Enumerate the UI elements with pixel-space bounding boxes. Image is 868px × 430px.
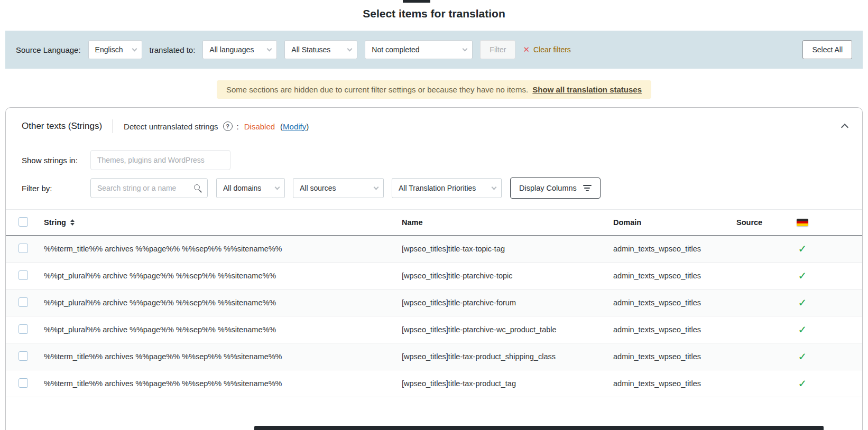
- row-checkbox[interactable]: [19, 351, 28, 361]
- translated-check-icon: ✓: [798, 351, 807, 362]
- filter-notice: Some sections are hidden due to current …: [217, 80, 651, 99]
- table-row: %%pt_plural%% archive %%page%% %%sep%% %…: [6, 263, 862, 289]
- translated-check-icon: ✓: [798, 378, 807, 389]
- bottom-cut-bar: [254, 426, 824, 430]
- row-checkbox-cell: [19, 244, 44, 255]
- chevron-down-icon: [267, 46, 272, 51]
- select-all-button[interactable]: Select All: [802, 40, 852, 59]
- row-checkbox-cell: [19, 270, 44, 282]
- name-cell: [wpseo_titles]title-ptarchive-forum: [402, 298, 613, 307]
- translation-status-cell: ✓: [789, 297, 816, 308]
- domains-value: All domains: [223, 184, 261, 192]
- column-header-domain: Domain: [613, 218, 736, 227]
- select-all-checkbox[interactable]: [19, 217, 28, 227]
- row-checkbox[interactable]: [19, 378, 28, 388]
- translated-check-icon: ✓: [798, 270, 807, 281]
- sources-select[interactable]: All sources: [293, 178, 384, 198]
- clear-filters-link[interactable]: ✕ Clear filters: [523, 45, 570, 54]
- filter-by-row: Filter by: All domains All sources All T…: [6, 177, 862, 199]
- detect-colon: :: [237, 122, 239, 131]
- table-header: String Name Domain Source: [6, 209, 862, 236]
- priorities-value: All Translation Priorities: [399, 184, 476, 192]
- translated-check-icon: ✓: [798, 297, 807, 308]
- column-header-name: Name: [402, 218, 613, 227]
- string-cell: %%term_title%% archives %%page%% %%sep%%…: [44, 352, 402, 361]
- help-icon[interactable]: ?: [223, 121, 233, 131]
- name-cell: [wpseo_titles]title-tax-product_shipping…: [402, 352, 613, 361]
- table-row: %%pt_plural%% archive %%page%% %%sep%% %…: [6, 289, 862, 316]
- string-column-label: String: [44, 218, 66, 227]
- status-value: All Statuses: [291, 45, 330, 54]
- column-header-string[interactable]: String: [44, 218, 402, 227]
- name-cell: [wpseo_titles]title-tax-topic-tag: [402, 245, 613, 253]
- close-icon: ✕: [523, 45, 530, 54]
- name-cell: [wpseo_titles]title-ptarchive-wc_product…: [402, 325, 613, 334]
- row-checkbox[interactable]: [19, 244, 28, 253]
- detect-untranslated-label: Detect untranslated strings: [124, 122, 218, 131]
- string-cell: %%term_title%% archives %%page%% %%sep%%…: [44, 379, 402, 388]
- string-cell: %%pt_plural%% archive %%page%% %%sep%% %…: [44, 325, 402, 334]
- modify-paren-close: ): [306, 122, 309, 131]
- priorities-select[interactable]: All Translation Priorities: [392, 178, 502, 198]
- strings-panel-header: Other texts (Strings) Detect untranslate…: [6, 108, 862, 138]
- translated-check-icon: ✓: [798, 324, 807, 335]
- strings-table-body: %%term_title%% archives %%page%% %%sep%%…: [6, 236, 862, 397]
- row-checkbox[interactable]: [19, 297, 28, 307]
- name-cell: [wpseo_titles]title-ptarchive-topic: [402, 272, 613, 280]
- column-header-source: Source: [736, 218, 789, 227]
- source-language-label: Source Language:: [16, 45, 81, 54]
- domain-cell: admin_texts_wpseo_titles: [613, 245, 736, 253]
- chevron-down-icon: [275, 184, 280, 190]
- filter-button[interactable]: Filter: [480, 40, 515, 59]
- strings-panel: Other texts (Strings) Detect untranslate…: [5, 107, 863, 430]
- translation-status-cell: ✓: [789, 378, 816, 389]
- translated-check-icon: ✓: [798, 244, 807, 254]
- chevron-down-icon: [492, 184, 497, 190]
- translation-status-cell: ✓: [789, 324, 816, 335]
- string-cell: %%pt_plural%% archive %%page%% %%sep%% %…: [44, 298, 402, 307]
- domain-cell: admin_texts_wpseo_titles: [613, 379, 736, 388]
- search-wrap: [90, 178, 208, 198]
- row-checkbox-cell: [19, 297, 44, 309]
- status-select[interactable]: All Statuses: [284, 40, 357, 59]
- sliders-icon: [583, 185, 592, 191]
- show-strings-row: Show strings in:: [6, 150, 862, 170]
- row-checkbox[interactable]: [19, 270, 28, 280]
- detect-status-badge: Disabled: [244, 122, 275, 131]
- modify-link[interactable]: Modify: [283, 122, 306, 131]
- target-language-select[interactable]: All languages: [202, 40, 277, 59]
- completion-select[interactable]: Not completed: [365, 40, 473, 59]
- translation-status-cell: ✓: [789, 244, 816, 254]
- page-title: Select items for translation: [0, 7, 868, 20]
- domain-cell: admin_texts_wpseo_titles: [613, 298, 736, 307]
- source-language-value: Englisch: [95, 45, 123, 54]
- row-checkbox[interactable]: [19, 324, 28, 334]
- chevron-down-icon: [347, 46, 353, 51]
- collapse-chevron-icon[interactable]: [841, 124, 848, 131]
- clear-filters-label: Clear filters: [533, 45, 571, 54]
- show-strings-input[interactable]: [90, 150, 230, 170]
- display-columns-button[interactable]: Display Columns: [510, 177, 601, 199]
- header-checkbox-cell: [19, 217, 44, 228]
- name-cell: [wpseo_titles]title-tax-product_tag: [402, 379, 613, 388]
- source-language-select[interactable]: Englisch: [88, 40, 142, 59]
- notice-text: Some sections are hidden due to current …: [226, 85, 528, 94]
- row-checkbox-cell: [19, 324, 44, 335]
- vertical-divider: [113, 119, 113, 133]
- domain-cell: admin_texts_wpseo_titles: [613, 352, 736, 361]
- row-checkbox-cell: [19, 378, 44, 389]
- table-row: %%term_title%% archives %%page%% %%sep%%…: [6, 370, 862, 397]
- show-all-statuses-link[interactable]: Show all translation statuses: [532, 85, 642, 94]
- translation-status-cell: ✓: [789, 270, 816, 281]
- table-row: %%pt_plural%% archive %%page%% %%sep%% %…: [6, 316, 862, 343]
- row-checkbox-cell: [19, 351, 44, 362]
- target-language-value: All languages: [209, 45, 254, 54]
- translated-to-label: translated to:: [150, 45, 196, 54]
- completion-value: Not completed: [372, 45, 419, 54]
- domains-select[interactable]: All domains: [216, 178, 285, 198]
- table-row: %%term_title%% archives %%page%% %%sep%%…: [6, 343, 862, 370]
- german-flag-icon: [797, 219, 808, 226]
- filter-by-label: Filter by:: [22, 184, 90, 193]
- string-cell: %%term_title%% archives %%page%% %%sep%%…: [44, 245, 402, 253]
- search-input[interactable]: [90, 178, 208, 198]
